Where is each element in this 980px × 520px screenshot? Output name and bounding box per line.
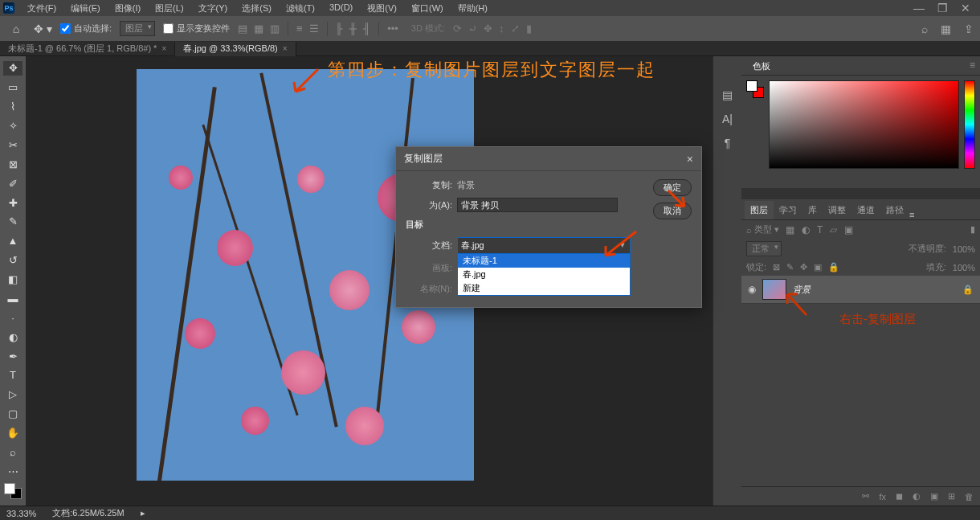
tab-layers[interactable]: 图层 [745, 201, 774, 219]
slide-icon[interactable]: ↕ [499, 23, 504, 35]
menu-window[interactable]: 窗口(W) [405, 1, 450, 16]
lock-all-icon[interactable]: ✥ [800, 262, 807, 272]
filter-adjustment-icon[interactable]: ◐ [802, 224, 810, 235]
filter-toggle-icon[interactable]: ▮ [970, 224, 975, 235]
home-icon[interactable]: ⌂ [6, 19, 26, 39]
tab-adjustments[interactable]: 调整 [823, 201, 851, 219]
menu-help[interactable]: 帮助(H) [451, 1, 494, 16]
align-left-icon[interactable]: ▤ [238, 23, 247, 35]
distribute-icon-2[interactable]: ☰ [309, 23, 319, 35]
minimize-icon[interactable]: — [913, 2, 925, 14]
align-v2-icon[interactable]: ╫ [349, 23, 357, 35]
maximize-icon[interactable]: ❐ [937, 2, 948, 14]
layer-fx-icon[interactable]: fx [879, 492, 886, 502]
history-panel-icon[interactable]: ▤ [722, 88, 733, 101]
more-icon[interactable]: ••• [387, 23, 398, 35]
menu-filter[interactable]: 滤镜(T) [280, 1, 321, 16]
zoom-level[interactable]: 33.33% [6, 509, 36, 518]
as-input[interactable] [457, 198, 618, 212]
filter-type-dropdown[interactable]: ⌕ 类型 ▾ [746, 223, 779, 235]
eraser-tool[interactable]: ◧ [3, 272, 22, 287]
brush-tool[interactable]: ✎ [3, 215, 22, 229]
menu-layer[interactable]: 图层(L) [149, 1, 190, 16]
lock-pixels-icon[interactable]: ⊠ [773, 262, 780, 272]
more-tools[interactable]: ⋯ [3, 464, 22, 478]
filter-type-icon[interactable]: T [817, 224, 823, 235]
distribute-icon[interactable]: ≡ [296, 23, 303, 35]
menu-edit[interactable]: 编辑(E) [64, 1, 107, 16]
zoom-tool[interactable]: ⌕ [3, 445, 22, 460]
align-right-icon[interactable]: ▥ [270, 23, 280, 35]
wand-tool[interactable]: ✧ [3, 119, 22, 133]
panel-color-swatches[interactable] [746, 80, 764, 98]
menu-file[interactable]: 文件(F) [21, 1, 63, 16]
new-layer-icon[interactable]: ⊞ [948, 491, 955, 502]
opacity-value[interactable]: 100% [953, 244, 975, 254]
dropdown-option-spring[interactable]: 春.jpg [458, 268, 630, 281]
fill-value[interactable]: 100% [953, 263, 975, 272]
character-panel-icon[interactable]: A| [722, 113, 733, 125]
new-group-icon[interactable]: ▣ [930, 491, 938, 502]
filter-pixel-icon[interactable]: ▦ [786, 224, 794, 235]
adjustment-layer-icon[interactable]: ◐ [913, 491, 921, 502]
share-icon[interactable]: ⇪ [964, 23, 974, 35]
tab-libraries[interactable]: 库 [802, 201, 823, 219]
show-transform-checkbox[interactable]: 显示变换控件 [163, 23, 230, 35]
blend-mode-dropdown[interactable]: 正常 [746, 241, 782, 256]
hand-tool[interactable]: ✋ [3, 426, 22, 440]
roll-icon[interactable]: ⤾ [468, 23, 477, 35]
auto-select-checkbox[interactable]: 自动选择: [60, 23, 112, 35]
align-v1-icon[interactable]: ╟ [336, 23, 343, 35]
marquee-tool[interactable]: ▭ [3, 80, 22, 95]
document-info[interactable]: 文档:6.25M/6.25M [52, 507, 124, 519]
color-swatches[interactable] [4, 483, 22, 499]
panel-menu-icon[interactable]: ≡ [970, 59, 975, 71]
eyedropper-tool[interactable]: ✐ [3, 176, 22, 190]
panel-menu-icon[interactable]: ≡ [909, 210, 914, 219]
close-tab-icon[interactable]: × [161, 44, 166, 53]
document-tab-untitled[interactable]: 未标题-1 @ 66.7% (图层 1, RGB/8#) * × [0, 41, 175, 56]
menu-type[interactable]: 文字(Y) [192, 1, 235, 16]
dialog-close-icon[interactable]: × [687, 153, 693, 166]
tab-paths[interactable]: 路径 [880, 201, 909, 219]
auto-select-type-dropdown[interactable]: 图层 [120, 21, 155, 36]
search-icon[interactable]: ⌕ [921, 23, 928, 35]
layer-mask-icon[interactable]: ◼ [896, 491, 903, 502]
menu-image[interactable]: 图像(I) [108, 1, 147, 16]
filter-smart-icon[interactable]: ▣ [844, 224, 853, 235]
move-tool[interactable]: ✥ [3, 61, 22, 76]
status-chevron-icon[interactable]: ▸ [141, 508, 145, 518]
healing-tool[interactable]: ✚ [3, 195, 22, 210]
orbit-icon[interactable]: ⟳ [453, 23, 462, 35]
pan-icon[interactable]: ✥ [484, 23, 492, 35]
tab-channels[interactable]: 通道 [851, 201, 880, 219]
camera-icon[interactable]: ▮ [526, 23, 532, 35]
path-select-tool[interactable]: ▷ [3, 387, 22, 402]
frame-tool[interactable]: ⊠ [3, 157, 22, 171]
stamp-tool[interactable]: ▲ [3, 234, 22, 248]
lock-artboard-icon[interactable]: ▣ [814, 262, 822, 272]
menu-3d[interactable]: 3D(D) [323, 1, 359, 16]
gradient-tool[interactable]: ▬ [3, 292, 22, 306]
document-tab-spring[interactable]: 春.jpg @ 33.3%(RGB/8) × [175, 41, 296, 56]
hue-slider[interactable] [964, 80, 975, 169]
color-field[interactable] [769, 80, 959, 169]
tab-learn[interactable]: 学习 [774, 201, 802, 219]
link-layers-icon[interactable]: ⚯ [862, 491, 869, 502]
dodge-tool[interactable]: ◐ [3, 330, 22, 344]
lasso-tool[interactable]: ⌇ [3, 100, 22, 114]
workspace-icon[interactable]: ▦ [941, 23, 951, 35]
menu-select[interactable]: 选择(S) [235, 1, 278, 16]
layer-item-background[interactable]: ◉ 背景 🔒 [741, 276, 980, 304]
history-brush-tool[interactable]: ↺ [3, 253, 22, 268]
align-center-icon[interactable]: ▦ [254, 23, 263, 35]
filter-shape-icon[interactable]: ▱ [830, 224, 837, 235]
shape-tool[interactable]: ▢ [3, 407, 22, 421]
blur-tool[interactable]: ∙ [3, 310, 22, 325]
foreground-color[interactable] [4, 483, 15, 494]
align-v3-icon[interactable]: ╢ [363, 23, 370, 35]
canvas-area[interactable]: 复制图层 × 复制: 背景 为(A): 目标 [26, 56, 713, 506]
lock-position-icon[interactable]: ✎ [786, 262, 794, 272]
lock-icon[interactable]: 🔒 [828, 262, 839, 272]
paragraph-panel-icon[interactable]: ¶ [725, 137, 731, 149]
